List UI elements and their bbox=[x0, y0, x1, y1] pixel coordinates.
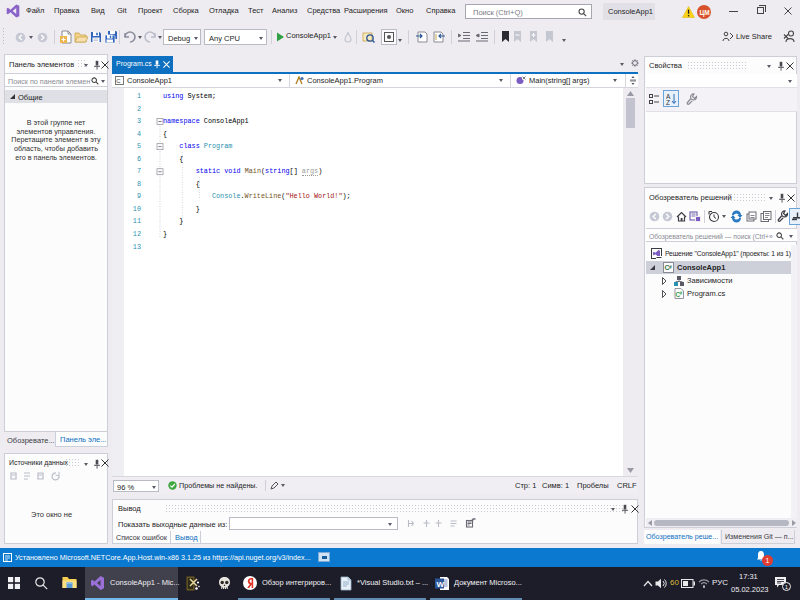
svg-text:Z: Z bbox=[666, 99, 670, 105]
svg-text:C: C bbox=[116, 78, 121, 84]
svg-text:#: # bbox=[669, 264, 672, 270]
svg-text:W: W bbox=[437, 580, 445, 589]
